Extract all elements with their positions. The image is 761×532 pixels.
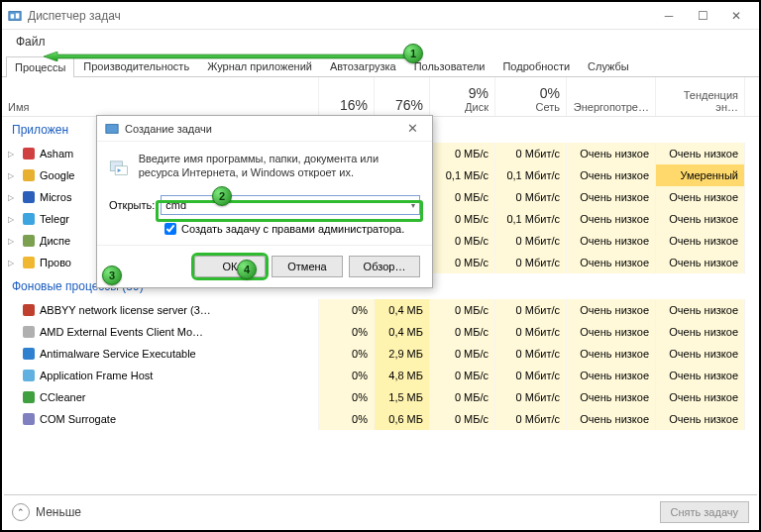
svg-marker-3 (44, 52, 415, 61)
power-cell: Очень низкое (567, 252, 656, 273)
mem-cell: 0,6 МБ (375, 408, 430, 430)
svg-rect-13 (23, 370, 35, 381)
expand-icon[interactable]: ▷ (8, 171, 18, 180)
minimize-button[interactable]: ─ (652, 5, 686, 27)
col-cpu[interactable]: 16% (319, 77, 375, 116)
power-cell: Очень низкое (567, 230, 656, 252)
process-name: Application Frame Host (40, 370, 153, 381)
trend-cell: Очень низкое (656, 208, 745, 230)
expand-icon[interactable]: ▷ (8, 150, 18, 159)
process-name: CCleaner (40, 391, 85, 403)
col-mem[interactable]: 76% (375, 77, 430, 116)
dialog-title: Создание задачи (125, 123, 400, 135)
dialog-titlebar[interactable]: Создание задачи ✕ (97, 116, 432, 142)
svg-rect-2 (16, 13, 20, 18)
tab-services[interactable]: Службы (579, 55, 638, 76)
trend-cell: Очень низкое (656, 252, 745, 273)
end-task-button[interactable]: Снять задачу (660, 501, 750, 523)
col-name[interactable]: Имя (2, 77, 319, 116)
footer: ⌃ Меньше Снять задачу (4, 494, 757, 528)
annotation-arrow (44, 52, 415, 61)
svg-rect-11 (23, 326, 35, 338)
col-disk[interactable]: 9%Диск (430, 77, 495, 116)
disk-cell: 0 МБ/с (430, 230, 495, 252)
run-icon (109, 152, 129, 183)
disk-cell: 0 МБ/с (430, 408, 495, 430)
cpu-cell: 0% (319, 365, 375, 386)
svg-rect-9 (23, 257, 35, 268)
disk-cell: 0 МБ/с (430, 321, 495, 343)
table-row[interactable]: ABBYY network license server (3… 0% 0,4 … (2, 299, 759, 321)
disk-cell: 0 МБ/с (430, 252, 495, 273)
process-name: Прово (40, 257, 71, 268)
table-row[interactable]: COM Surrogate 0% 0,6 МБ 0 МБ/с 0 Мбит/с … (2, 408, 759, 430)
cpu-cell: 0% (319, 386, 375, 408)
net-cell: 0 Мбит/с (495, 230, 567, 252)
trend-cell: Умеренный (656, 164, 745, 186)
close-button[interactable]: ✕ (719, 5, 753, 27)
net-cell: 0 Мбит/с (495, 343, 567, 365)
svg-rect-8 (23, 235, 35, 247)
svg-rect-14 (23, 391, 35, 403)
power-cell: Очень низкое (567, 299, 656, 321)
cpu-cell: 0% (319, 408, 375, 430)
window-title: Диспетчер задач (28, 9, 652, 23)
maximize-button[interactable]: ☐ (686, 5, 719, 27)
col-trend[interactable]: Тенденция эн… (656, 77, 745, 116)
process-name: Диспе (40, 235, 70, 247)
table-row[interactable]: CCleaner 0% 1,5 МБ 0 МБ/с 0 Мбит/с Очень… (2, 386, 759, 408)
mem-cell: 0,4 МБ (375, 299, 430, 321)
power-cell: Очень низкое (567, 164, 656, 186)
mem-cell: 4,8 МБ (375, 365, 430, 386)
process-name: Micros (40, 191, 71, 203)
browse-button[interactable]: Обзор… (349, 256, 420, 277)
expand-icon[interactable]: ▷ (8, 193, 18, 202)
disk-cell: 0 МБ/с (430, 143, 495, 164)
svg-rect-7 (23, 213, 35, 225)
trend-cell: Очень низкое (656, 143, 745, 164)
power-cell: Очень низкое (567, 186, 656, 208)
tab-details[interactable]: Подробности (493, 55, 579, 76)
svg-rect-6 (23, 191, 35, 203)
run-dialog: Создание задачи ✕ Введите имя программы,… (96, 115, 433, 288)
process-name: Antimalware Service Executable (40, 348, 196, 360)
expand-icon[interactable]: ▷ (8, 237, 18, 246)
table-row[interactable]: Antimalware Service Executable 0% 2,9 МБ… (2, 343, 759, 365)
col-net[interactable]: 0%Сеть (495, 77, 567, 116)
net-cell: 0 Мбит/с (495, 299, 567, 321)
expand-icon[interactable]: ▷ (8, 215, 18, 224)
mem-cell: 0,4 МБ (375, 321, 430, 343)
trend-cell: Очень низкое (656, 299, 745, 321)
chevron-up-icon: ⌃ (12, 503, 30, 521)
table-row[interactable]: Application Frame Host 0% 4,8 МБ 0 МБ/с … (2, 365, 759, 386)
process-name: ABBYY network license server (3… (40, 304, 211, 316)
dialog-icon (105, 122, 119, 136)
disk-cell: 0 МБ/с (430, 208, 495, 230)
disk-cell: 0 МБ/с (430, 299, 495, 321)
trend-cell: Очень низкое (656, 186, 745, 208)
annotation-bubble-2: 2 (212, 186, 232, 206)
net-cell: 0 Мбит/с (495, 386, 567, 408)
fewer-toggle[interactable]: ⌃ Меньше (12, 503, 81, 521)
svg-rect-5 (23, 169, 35, 181)
menu-file[interactable]: Файл (10, 33, 52, 51)
power-cell: Очень низкое (567, 365, 656, 386)
power-cell: Очень низкое (567, 143, 656, 164)
open-input[interactable]: cmd ▾ (161, 195, 420, 215)
cancel-button[interactable]: Отмена (272, 256, 343, 277)
expand-icon[interactable]: ▷ (8, 259, 18, 267)
col-power[interactable]: Энергопотре… (567, 77, 656, 116)
process-name: Google (40, 169, 74, 181)
svg-rect-10 (23, 304, 35, 316)
menubar: Файл (2, 30, 759, 53)
net-cell: 0 Мбит/с (495, 321, 567, 343)
net-cell: 0 Мбит/с (495, 252, 567, 273)
admin-checkbox[interactable] (164, 223, 176, 235)
svg-rect-16 (106, 124, 118, 133)
process-name: Asham (40, 148, 73, 160)
net-cell: 0,1 Мбит/с (495, 164, 567, 186)
trend-cell: Очень низкое (656, 386, 745, 408)
trend-cell: Очень низкое (656, 365, 745, 386)
dialog-close-button[interactable]: ✕ (400, 121, 424, 136)
table-row[interactable]: AMD External Events Client Mo… 0% 0,4 МБ… (2, 321, 759, 343)
